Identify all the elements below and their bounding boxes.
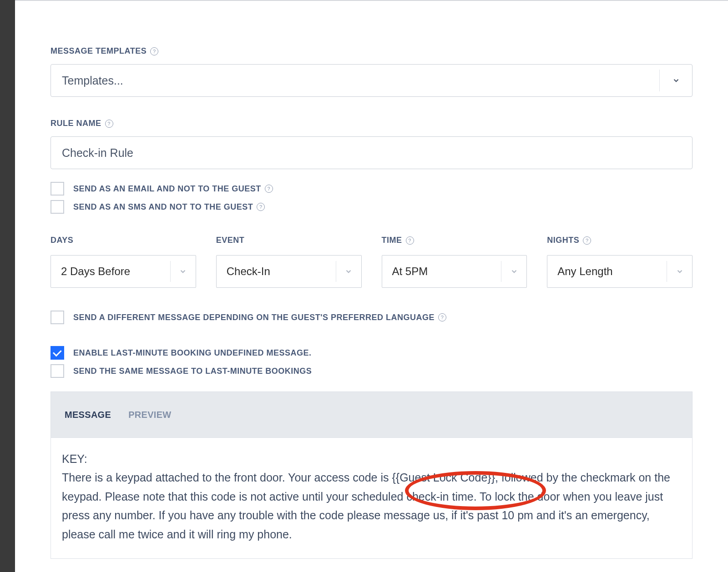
message-tabs: MESSAGE PREVIEW <box>51 391 693 438</box>
rule-name-label-text: RULE NAME <box>51 119 101 128</box>
tab-preview[interactable]: PREVIEW <box>128 410 171 420</box>
rule-name-input[interactable] <box>51 136 693 169</box>
message-body: There is a keypad attached to the front … <box>62 468 681 544</box>
message-templates-label: MESSAGE TEMPLATES ? <box>51 46 693 56</box>
rule-name-label: RULE NAME ? <box>51 119 693 128</box>
send-email-label: SEND AS AN EMAIL AND NOT TO THE GUEST ? <box>73 184 273 194</box>
last-minute-label: ENABLE LAST-MINUTE BOOKING UNDEFINED MES… <box>73 348 312 358</box>
help-icon[interactable]: ? <box>265 185 273 193</box>
send-email-checkbox-row: SEND AS AN EMAIL AND NOT TO THE GUEST ? <box>51 182 693 196</box>
event-select[interactable]: Check-In <box>216 255 362 288</box>
help-icon[interactable]: ? <box>406 236 414 245</box>
same-last-minute-label: SEND THE SAME MESSAGE TO LAST-MINUTE BOO… <box>73 366 312 376</box>
event-label: EVENT <box>216 236 362 245</box>
send-sms-checkbox-row: SEND AS AN SMS AND NOT TO THE GUEST ? <box>51 200 693 214</box>
diff-lang-checkbox-row: SEND A DIFFERENT MESSAGE DEPENDING ON TH… <box>51 311 693 324</box>
same-last-minute-checkbox-row: SEND THE SAME MESSAGE TO LAST-MINUTE BOO… <box>51 364 693 378</box>
help-icon[interactable]: ? <box>583 236 591 245</box>
help-icon[interactable]: ? <box>150 47 158 55</box>
diff-lang-label: SEND A DIFFERENT MESSAGE DEPENDING ON TH… <box>73 313 446 322</box>
last-minute-checkbox-row: ENABLE LAST-MINUTE BOOKING UNDEFINED MES… <box>51 346 693 360</box>
chevron-down-icon <box>336 261 361 282</box>
help-icon[interactable]: ? <box>257 203 265 211</box>
time-select[interactable]: At 5PM <box>382 255 527 288</box>
schedule-row: DAYS 2 Days Before EVENT Check-In <box>51 236 693 288</box>
help-icon[interactable]: ? <box>438 313 446 321</box>
send-sms-label: SEND AS AN SMS AND NOT TO THE GUEST ? <box>73 202 265 212</box>
chevron-down-icon <box>170 261 196 282</box>
templates-select[interactable]: Templates... <box>51 64 693 97</box>
diff-lang-checkbox[interactable] <box>51 311 64 324</box>
message-editor[interactable]: KEY: There is a keypad attached to the f… <box>51 438 693 559</box>
message-key-label: KEY: <box>62 452 681 466</box>
chevron-down-icon <box>659 70 692 91</box>
nights-label: NIGHTS ? <box>547 236 693 245</box>
tab-message[interactable]: MESSAGE <box>65 410 111 420</box>
templates-select-text: Templates... <box>62 74 659 87</box>
days-select[interactable]: 2 Days Before <box>51 255 196 288</box>
time-label: TIME ? <box>382 236 527 245</box>
message-templates-label-text: MESSAGE TEMPLATES <box>51 46 147 56</box>
help-icon[interactable]: ? <box>105 120 113 128</box>
chevron-down-icon <box>667 261 692 282</box>
last-minute-checkbox[interactable] <box>51 346 64 360</box>
send-email-checkbox[interactable] <box>51 182 64 196</box>
days-label: DAYS <box>51 236 196 245</box>
settings-modal: MESSAGE TEMPLATES ? Templates... RULE NA… <box>15 0 728 572</box>
chevron-down-icon <box>501 261 526 282</box>
send-sms-checkbox[interactable] <box>51 200 64 214</box>
same-last-minute-checkbox[interactable] <box>51 364 64 378</box>
nights-select[interactable]: Any Length <box>547 255 693 288</box>
